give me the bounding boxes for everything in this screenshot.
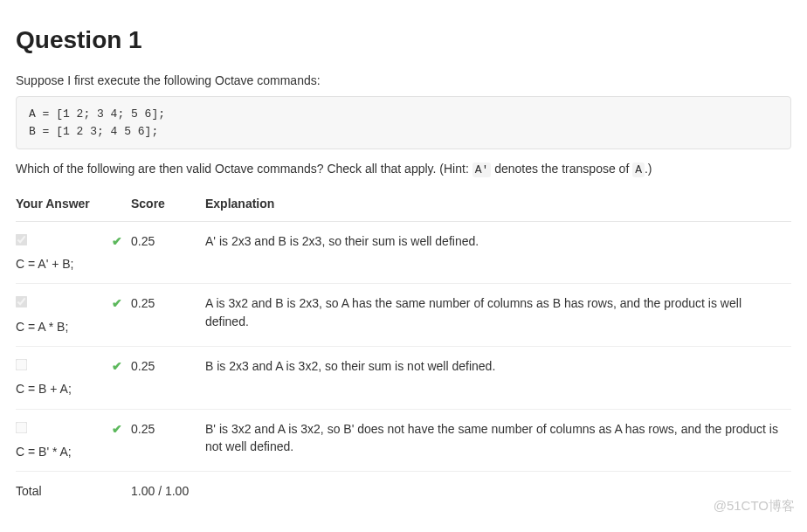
score-value: 0.25: [131, 409, 205, 472]
subprompt-part: .): [645, 162, 652, 176]
subprompt-part: denotes the transpose of: [491, 162, 632, 176]
check-icon: ✔: [112, 357, 122, 375]
total-score: 1.00 / 1.00: [131, 472, 205, 511]
answer-text: C = A * B;: [16, 318, 105, 335]
answer-checkbox: [16, 234, 28, 246]
total-label: Total: [16, 472, 112, 511]
table-row: C = A * B;✔0.25A is 3x2 and B is 2x3, so…: [16, 284, 791, 347]
answer-checkbox: [16, 296, 28, 308]
explanation-text: B is 2x3 and A is 3x2, so their sum is n…: [205, 347, 791, 410]
score-value: 0.25: [131, 284, 205, 347]
score-value: 0.25: [131, 221, 205, 284]
question-title: Question 1: [16, 26, 791, 54]
explanation-text: A is 3x2 and B is 2x3, so A has the same…: [205, 284, 791, 347]
answer-checkbox: [16, 421, 28, 433]
code-block: A = [1 2; 3 4; 5 6]; B = [1 2 3; 4 5 6];: [16, 96, 791, 149]
header-mark: [112, 187, 131, 221]
answer-text: C = B + A;: [16, 380, 105, 397]
table-row: C = A' + B;✔0.25A' is 2x3 and B is 2x3, …: [16, 221, 791, 284]
header-your-answer: Your Answer: [16, 187, 112, 221]
table-row: C = B' * A;✔0.25B' is 3x2 and A is 3x2, …: [16, 409, 791, 472]
watermark: @51CTO博客: [714, 498, 795, 515]
explanation-text: A' is 2x3 and B is 2x3, so their sum is …: [205, 221, 791, 284]
check-icon: ✔: [112, 294, 122, 312]
answers-table: Your Answer Score Explanation C = A' + B…: [16, 187, 791, 511]
check-icon: ✔: [112, 420, 122, 438]
answer-text: C = B' * A;: [16, 443, 105, 460]
answer-text: C = A' + B;: [16, 255, 105, 273]
header-explanation: Explanation: [205, 187, 791, 221]
code-inline-a: A: [632, 162, 645, 177]
total-row: Total1.00 / 1.00: [16, 472, 791, 511]
answer-checkbox: [16, 359, 28, 371]
table-row: C = B + A;✔0.25B is 2x3 and A is 3x2, so…: [16, 347, 791, 410]
subprompt-part: Which of the following are then valid Oc…: [16, 162, 472, 176]
check-icon: ✔: [112, 232, 122, 250]
code-inline-a-prime: A': [472, 162, 492, 177]
score-value: 0.25: [131, 347, 205, 410]
header-score: Score: [131, 187, 205, 221]
explanation-text: B' is 3x2 and A is 3x2, so B' does not h…: [205, 409, 791, 472]
prompt-followup: Which of the following are then valid Oc…: [16, 162, 791, 176]
prompt-intro: Suppose I first execute the following Oc…: [16, 73, 791, 87]
